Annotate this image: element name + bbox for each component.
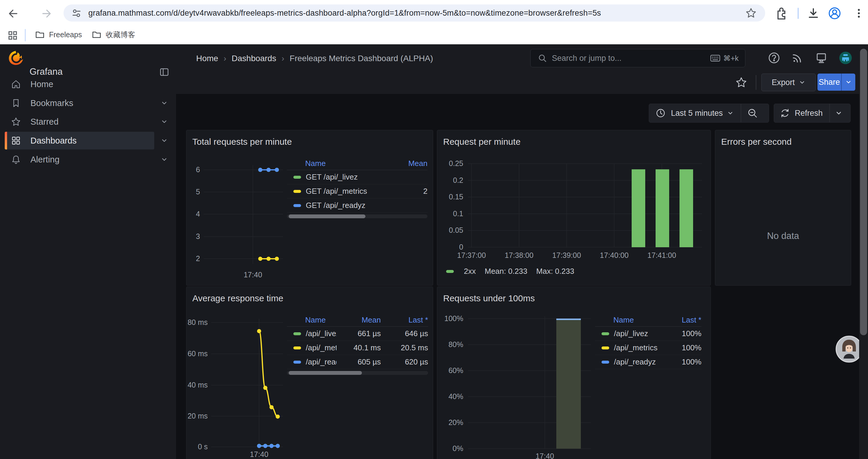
series-color-pill (293, 204, 301, 207)
legend-hscrollbar[interactable] (287, 215, 428, 218)
dashboard-canvas: Last 5 minutes Refresh Total requests pe… (176, 94, 868, 459)
svg-text:100%: 100% (444, 314, 463, 323)
legend-col[interactable]: Last * (666, 316, 701, 325)
refresh-label[interactable]: Refresh (795, 109, 823, 118)
panel-errors-per-second[interactable]: Errors per second No data (715, 130, 851, 286)
svg-text:17:40: 17:40 (536, 452, 554, 459)
apps-grid-icon[interactable] (7, 30, 18, 41)
breadcrumb-separator-icon: › (276, 54, 289, 63)
series-name[interactable]: GET /api/_metrics (306, 187, 392, 196)
svg-text:5: 5 (196, 188, 200, 196)
series-max: Max: 0.233 (536, 267, 574, 276)
page-scrollbar[interactable] (859, 44, 868, 459)
panel-total-requests[interactable]: Total requests per minute 6543217:40 Nam… (186, 130, 433, 286)
chevron-down-icon[interactable] (161, 118, 168, 125)
sidebar-item-label: Home (30, 79, 53, 89)
scrollbar-thumb[interactable] (860, 49, 867, 335)
active-item-highlight (5, 132, 154, 150)
url-text[interactable]: grafana.mathmast.com/d/deytv4rwavabkb/fr… (88, 8, 745, 18)
series-color-pill (601, 332, 609, 335)
chevron-down-icon[interactable] (161, 100, 168, 107)
download-icon[interactable] (807, 6, 820, 20)
breadcrumb-link[interactable]: Home (196, 54, 218, 63)
legend-header: NameMeanLast * (287, 314, 428, 327)
sidebar-item-alerting[interactable]: Alerting (0, 150, 176, 169)
svg-text:4: 4 (196, 210, 200, 218)
chevron-down-icon (799, 79, 805, 86)
legend-row: /api/_metrics40.1 ms20.5 ms (287, 341, 428, 355)
panel-avg-response-time[interactable]: Average response time 80 ms60 ms40 ms20 … (186, 287, 433, 459)
svg-text:2: 2 (196, 254, 200, 263)
svg-text:0 s: 0 s (198, 442, 208, 451)
svg-text:0: 0 (459, 243, 463, 251)
menu-kebab-icon[interactable] (852, 6, 866, 20)
series-value: 40.1 ms (337, 343, 381, 352)
forward-icon[interactable] (41, 8, 53, 20)
legend-col[interactable]: Mean (337, 316, 381, 325)
legend-col-name[interactable]: Name (595, 316, 666, 325)
series-name[interactable]: /api/_livez (614, 329, 666, 338)
panel-title[interactable]: Errors per second (721, 137, 792, 147)
legend-table: NameMeanGET /api/_livezGET /api/_metrics… (287, 157, 428, 213)
rss-icon[interactable] (791, 52, 804, 64)
export-button[interactable]: Export (761, 73, 816, 91)
extensions-icon[interactable] (774, 6, 788, 20)
time-range-label[interactable]: Last 5 minutes (671, 109, 723, 118)
series-name[interactable]: /api/_livez (306, 329, 337, 338)
series-name[interactable]: /api/_readyz (306, 357, 337, 366)
legend-col-name[interactable]: Name (287, 316, 337, 325)
site-settings-icon[interactable] (71, 8, 82, 18)
svg-text:6: 6 (196, 165, 200, 174)
favorite-star-icon[interactable] (735, 76, 747, 89)
series-value: 646 µs (381, 329, 428, 338)
back-icon[interactable] (6, 8, 18, 20)
legend-hscrollbar[interactable] (287, 371, 428, 375)
legend-col[interactable]: Last * (381, 316, 428, 325)
url-bar[interactable]: grafana.mathmast.com/d/deytv4rwavabkb/fr… (64, 4, 765, 22)
svg-text:40 ms: 40 ms (188, 381, 208, 389)
refresh-group: Refresh (774, 104, 850, 123)
sidebar-item-label: Dashboards (30, 136, 76, 145)
help-icon[interactable] (768, 52, 780, 64)
series-value: 605 µs (337, 357, 381, 366)
series-name[interactable]: /api/_metrics (306, 343, 337, 352)
user-avatar[interactable] (839, 51, 852, 65)
series-value: 20.5 ms (381, 343, 428, 352)
chevron-down-icon[interactable] (161, 156, 168, 163)
refresh-interval-chevron-icon[interactable] (835, 109, 842, 117)
svg-text:17:37:00: 17:37:00 (457, 251, 486, 259)
sidebar-item-dashboards[interactable]: Dashboards (0, 131, 176, 150)
floating-assistant-avatar[interactable] (836, 335, 863, 363)
sidebar-item-home[interactable]: Home (0, 75, 176, 94)
kiosk-monitor-icon[interactable] (815, 52, 828, 64)
share-button[interactable]: Share (817, 73, 841, 91)
series-name[interactable]: /api/_metrics (614, 343, 666, 352)
sidebar-item-starred[interactable]: Starred (0, 112, 176, 131)
panel-request-per-minute[interactable]: Request per minute 0.250.20.150.10.05017… (437, 130, 711, 286)
profile-icon[interactable] (828, 6, 841, 20)
zoom-out-icon[interactable] (747, 108, 758, 119)
series-name[interactable]: 2xx (464, 267, 476, 276)
bookmark-folder-freeleaps[interactable]: Freeleaps (35, 30, 82, 40)
series-name[interactable]: GET /api/_livez (306, 172, 392, 182)
chevron-down-icon[interactable] (161, 137, 168, 144)
series-color-pill (601, 361, 609, 364)
breadcrumb-link[interactable]: Dashboards (231, 54, 276, 63)
bookmark-star-icon[interactable] (745, 7, 757, 19)
legend-col-name[interactable]: Name (287, 159, 392, 168)
scrollbar-thumb[interactable] (289, 215, 366, 218)
panel-requests-under-100ms[interactable]: Requests under 100ms 100%80%60%40%20%0%1… (437, 287, 711, 459)
search-input[interactable]: Search or jump to... ⌘+k (530, 49, 745, 67)
legend-col[interactable]: Mean (392, 159, 428, 168)
series-name[interactable]: GET /api/_readyz (306, 201, 392, 210)
svg-text:0.25: 0.25 (449, 159, 463, 167)
series-name[interactable]: /api/_readyz (614, 357, 666, 366)
share-menu-button[interactable] (841, 73, 855, 91)
refresh-icon[interactable] (780, 108, 790, 118)
svg-text:80%: 80% (448, 340, 463, 349)
legend-row: GET /api/_readyz (287, 198, 428, 213)
scrollbar-thumb[interactable] (289, 371, 362, 375)
sidebar-item-bookmarks[interactable]: Bookmarks (0, 94, 176, 112)
bookmark-icon (11, 98, 21, 108)
bookmark-folder-blogs[interactable]: 收藏博客 (92, 30, 135, 40)
